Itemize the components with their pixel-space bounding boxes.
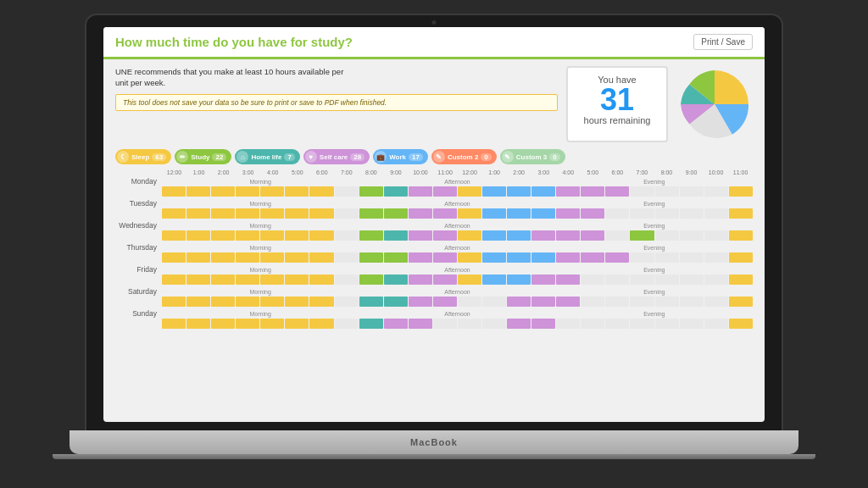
time-block[interactable] (704, 319, 728, 329)
time-block[interactable] (260, 252, 284, 263)
time-block[interactable] (581, 208, 604, 219)
time-block[interactable] (655, 297, 679, 307)
time-block[interactable] (531, 319, 555, 329)
time-block[interactable] (335, 319, 359, 329)
time-block[interactable] (236, 274, 259, 285)
time-block[interactable] (605, 186, 629, 197)
time-block[interactable] (556, 252, 580, 263)
time-block[interactable] (531, 297, 555, 307)
time-block[interactable] (285, 297, 309, 307)
time-block[interactable] (162, 297, 186, 307)
time-block[interactable] (704, 208, 728, 219)
time-block[interactable] (384, 274, 408, 285)
time-block[interactable] (384, 297, 408, 307)
time-block[interactable] (531, 208, 555, 219)
time-block[interactable] (556, 186, 580, 197)
time-block[interactable] (704, 230, 728, 241)
time-block[interactable] (285, 274, 309, 285)
time-block[interactable] (458, 208, 481, 219)
time-block[interactable] (655, 274, 679, 285)
time-block[interactable] (581, 230, 604, 241)
time-block[interactable] (531, 274, 555, 285)
time-block[interactable] (507, 297, 531, 307)
time-block[interactable] (704, 274, 728, 285)
time-block[interactable] (433, 230, 457, 241)
time-block[interactable] (458, 230, 481, 241)
time-block[interactable] (409, 319, 432, 329)
time-block[interactable] (309, 297, 333, 307)
time-block[interactable] (531, 252, 555, 263)
time-block[interactable] (704, 186, 728, 197)
time-block[interactable] (260, 319, 284, 329)
time-block[interactable] (309, 319, 333, 329)
time-block[interactable] (211, 186, 235, 197)
time-block[interactable] (433, 319, 457, 329)
time-block[interactable] (409, 230, 432, 241)
time-block[interactable] (359, 208, 383, 219)
time-block[interactable] (186, 252, 210, 263)
time-block[interactable] (162, 252, 186, 263)
time-block[interactable] (162, 230, 186, 241)
time-block[interactable] (211, 230, 235, 241)
time-block[interactable] (409, 186, 432, 197)
time-block[interactable] (335, 297, 359, 307)
time-block[interactable] (581, 319, 604, 329)
cat-selfcare[interactable]: ♥ Self care 28 (303, 149, 370, 164)
time-block[interactable] (605, 319, 629, 329)
time-block[interactable] (211, 274, 235, 285)
time-block[interactable] (211, 208, 235, 219)
time-block[interactable] (384, 319, 408, 329)
time-block[interactable] (211, 297, 235, 307)
time-block[interactable] (482, 208, 506, 219)
time-block[interactable] (531, 186, 555, 197)
time-block[interactable] (556, 208, 580, 219)
time-block[interactable] (359, 252, 383, 263)
time-block[interactable] (581, 186, 604, 197)
time-block[interactable] (630, 186, 654, 197)
time-block[interactable] (335, 186, 359, 197)
time-block[interactable] (285, 230, 309, 241)
time-block[interactable] (359, 186, 383, 197)
time-block[interactable] (409, 297, 432, 307)
time-block[interactable] (556, 297, 580, 307)
time-block[interactable] (433, 208, 457, 219)
cat-homelife[interactable]: ⌂ Home life 7 (235, 149, 299, 164)
time-block[interactable] (729, 230, 753, 241)
time-block[interactable] (729, 297, 753, 307)
time-block[interactable] (630, 208, 654, 219)
time-block[interactable] (605, 274, 629, 285)
time-block[interactable] (433, 186, 457, 197)
time-block[interactable] (482, 319, 506, 329)
time-block[interactable] (186, 186, 210, 197)
time-block[interactable] (384, 230, 408, 241)
time-block[interactable] (630, 297, 654, 307)
time-block[interactable] (186, 319, 210, 329)
time-block[interactable] (458, 274, 481, 285)
time-block[interactable] (680, 208, 704, 219)
time-block[interactable] (680, 319, 704, 329)
cat-sleep[interactable]: ☾ Sleep 63 (115, 149, 171, 164)
time-block[interactable] (458, 319, 481, 329)
time-block[interactable] (384, 186, 408, 197)
time-block[interactable] (409, 274, 432, 285)
time-block[interactable] (260, 297, 284, 307)
time-block[interactable] (236, 297, 259, 307)
time-block[interactable] (236, 319, 259, 329)
time-block[interactable] (162, 208, 186, 219)
time-block[interactable] (630, 319, 654, 329)
time-block[interactable] (433, 252, 457, 263)
time-block[interactable] (186, 230, 210, 241)
time-block[interactable] (605, 252, 629, 263)
cat-custom3[interactable]: ✎ Custom 3 0 (500, 149, 565, 164)
time-block[interactable] (729, 319, 753, 329)
time-block[interactable] (285, 186, 309, 197)
time-block[interactable] (236, 230, 259, 241)
time-block[interactable] (482, 186, 506, 197)
time-block[interactable] (507, 319, 531, 329)
print-save-button[interactable]: Print / Save (693, 34, 753, 50)
time-block[interactable] (285, 319, 309, 329)
time-block[interactable] (186, 297, 210, 307)
time-block[interactable] (531, 230, 555, 241)
time-block[interactable] (729, 274, 753, 285)
time-block[interactable] (236, 252, 259, 263)
